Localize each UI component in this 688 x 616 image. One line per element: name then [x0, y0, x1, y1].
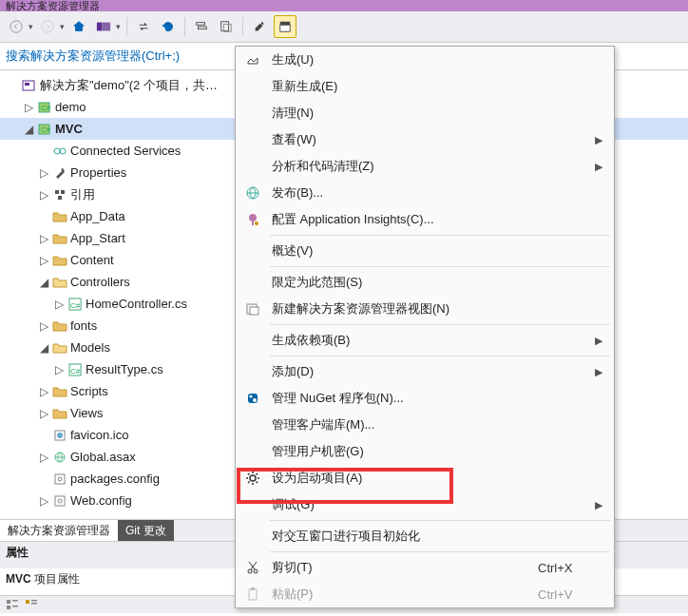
csproj-icon: C#: [36, 122, 53, 137]
menu-separator: [270, 266, 610, 267]
globe-icon: [236, 185, 270, 201]
menu-publish[interactable]: 发布(B)...: [236, 180, 614, 206]
separator: [184, 17, 185, 36]
folder-open-icon: [51, 340, 68, 356]
menu-interactive[interactable]: 对交互窗口进行项目初始化: [236, 523, 614, 549]
chevron-right-icon[interactable]: ▷: [21, 100, 36, 115]
svg-point-17: [60, 148, 66, 154]
chevron-down-icon[interactable]: ◢: [21, 122, 36, 137]
svg-point-49: [254, 569, 258, 573]
chevron-down-icon[interactable]: [6, 78, 21, 93]
menu-scope[interactable]: 限定为此范围(S): [236, 269, 614, 296]
svg-rect-2: [97, 23, 102, 31]
menu-insights[interactable]: 配置 Application Insights(C)...: [236, 206, 614, 233]
cs-file-icon: C#: [67, 362, 84, 377]
chevron-right-icon[interactable]: ▷: [51, 297, 67, 312]
menu-analyze[interactable]: 分析和代码清理(Z)▶: [236, 153, 614, 180]
chevron-right-icon[interactable]: ▷: [36, 165, 51, 181]
cs-file-icon: C#: [67, 297, 84, 312]
menu-builddep[interactable]: 生成依赖项(B)▶: [236, 327, 614, 354]
chevron-right-icon[interactable]: ▷: [36, 450, 51, 465]
menu-clientlib[interactable]: 管理客户端库(M)...: [236, 412, 614, 438]
references-icon: [51, 187, 68, 202]
forward-dropdown[interactable]: ▾: [60, 22, 65, 31]
submenu-arrow-icon: ▶: [595, 161, 614, 173]
show-all-button[interactable]: [216, 16, 237, 37]
svg-rect-32: [7, 600, 10, 604]
folder-icon: [51, 231, 68, 246]
chevron-right-icon[interactable]: ▷: [36, 187, 51, 202]
separator: [242, 17, 243, 36]
tab-git-changes[interactable]: Git 更改: [118, 520, 174, 541]
menu-clean[interactable]: 清理(N): [236, 100, 614, 126]
tab-solution-explorer[interactable]: 解决方案资源管理器: [0, 520, 118, 541]
svg-text:C#: C#: [41, 125, 51, 134]
svg-point-16: [54, 148, 60, 154]
categorized-icon[interactable]: [6, 599, 19, 610]
preview-button[interactable]: [274, 15, 296, 38]
menu-build[interactable]: 生成(U): [236, 47, 614, 73]
svg-point-47: [250, 475, 256, 481]
menu-add[interactable]: 添加(D)▶: [236, 358, 614, 385]
svg-rect-33: [12, 600, 18, 602]
chevron-right-icon[interactable]: ▷: [36, 253, 51, 268]
alphabetical-icon[interactable]: [25, 599, 38, 610]
folder-icon: [51, 318, 68, 334]
collapse-button[interactable]: [191, 16, 212, 37]
menu-secrets[interactable]: 管理用户机密(G): [236, 438, 614, 465]
menu-separator: [270, 356, 610, 356]
svg-rect-51: [251, 587, 255, 590]
svg-point-41: [255, 221, 258, 225]
wrench-icon: [51, 165, 68, 181]
build-icon: [236, 52, 270, 67]
refresh-button[interactable]: [158, 16, 179, 37]
chevron-right-icon[interactable]: ▷: [36, 406, 51, 421]
svg-rect-35: [12, 606, 18, 607]
svg-rect-28: [55, 474, 65, 484]
menu-newview[interactable]: 新建解决方案资源管理器视图(N): [236, 296, 614, 322]
context-menu: 生成(U) 重新生成(E) 清理(N) 查看(W)▶ 分析和代码清理(Z)▶ 发…: [235, 46, 615, 608]
back-dropdown[interactable]: ▾: [29, 22, 33, 31]
menu-separator: [270, 324, 610, 325]
switch-view-dropdown[interactable]: ▾: [116, 22, 121, 31]
svg-rect-50: [249, 589, 257, 600]
back-button[interactable]: [6, 16, 27, 37]
connected-icon: [51, 144, 68, 159]
chevron-right-icon[interactable]: ▷: [36, 231, 51, 246]
title-bar: 解决方案资源管理器: [0, 0, 688, 11]
gear-icon: [236, 471, 270, 486]
menu-setstartup[interactable]: 设为启动项目(A): [236, 465, 614, 491]
svg-rect-36: [26, 600, 29, 604]
menu-overview[interactable]: 概述(V): [236, 238, 614, 264]
menu-view[interactable]: 查看(W)▶: [236, 126, 614, 153]
switch-view-button[interactable]: [93, 16, 114, 37]
properties-button[interactable]: [249, 16, 270, 37]
menu-nuget[interactable]: 管理 NuGet 程序包(N)...: [236, 385, 614, 412]
svg-rect-37: [31, 600, 37, 602]
config-file-icon: [51, 493, 68, 509]
menu-debug[interactable]: 调试(G)▶: [236, 491, 614, 518]
folder-open-icon: [51, 275, 68, 290]
sync-button[interactable]: [133, 16, 154, 37]
svg-point-46: [253, 398, 257, 402]
chevron-right-icon[interactable]: ▷: [36, 384, 51, 399]
menu-cut[interactable]: 剪切(T)Ctrl+X: [236, 554, 614, 581]
svg-rect-18: [55, 190, 59, 194]
menu-rebuild[interactable]: 重新生成(E): [236, 73, 614, 100]
svg-text:C#: C#: [70, 301, 81, 310]
chevron-right-icon[interactable]: ▷: [51, 362, 67, 377]
chevron-down-icon[interactable]: ◢: [36, 275, 51, 290]
chevron-right-icon[interactable]: ▷: [36, 318, 51, 334]
clipboard-icon: [236, 587, 270, 602]
svg-rect-4: [197, 23, 205, 26]
home-button[interactable]: [68, 16, 89, 37]
chevron-down-icon[interactable]: ◢: [36, 340, 51, 356]
menu-separator: [270, 520, 610, 521]
search-placeholder: 搜索解决方案资源管理器(Ctrl+;): [6, 48, 180, 65]
svg-rect-9: [280, 25, 291, 31]
chevron-right-icon[interactable]: ▷: [36, 493, 51, 509]
config-file-icon: [51, 472, 68, 487]
forward-button[interactable]: [37, 16, 58, 37]
svg-point-48: [248, 569, 252, 573]
menu-paste: 粘贴(P)Ctrl+V: [236, 581, 614, 607]
